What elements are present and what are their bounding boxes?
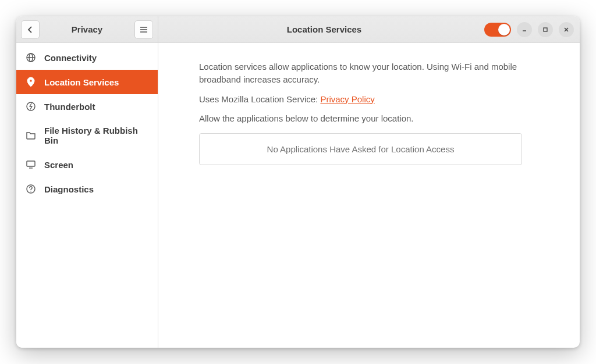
titlebar-content: Location Services: [158, 16, 580, 42]
intro-text: Location services allow applications to …: [199, 60, 539, 86]
sidebar-item-label: Location Services: [44, 77, 119, 87]
sidebar-item-location-services[interactable]: Location Services: [16, 70, 158, 94]
svg-rect-4: [544, 28, 547, 31]
folder-icon: [26, 130, 36, 141]
svg-rect-11: [27, 161, 35, 166]
provider-prefix: Uses Mozilla Location Service:: [199, 94, 320, 104]
sidebar-item-file-history[interactable]: File History & Rubbish Bin: [16, 119, 158, 152]
sidebar-item-screen[interactable]: Screen: [16, 152, 158, 177]
sidebar-item-connectivity[interactable]: Connectivity: [16, 45, 158, 70]
location-icon: [26, 77, 36, 87]
globe-icon: [26, 52, 36, 63]
applications-list-empty: No Applications Have Asked for Location …: [199, 133, 522, 165]
settings-window: Privacy Location Services: [16, 16, 580, 348]
sidebar-item-label: Thunderbolt: [44, 102, 95, 112]
sidebar-item-diagnostics[interactable]: Diagnostics: [16, 177, 158, 201]
svg-point-14: [30, 191, 31, 191]
sidebar: Connectivity Location Services Thunderbo…: [16, 43, 158, 348]
location-services-toggle[interactable]: [484, 23, 511, 37]
back-button[interactable]: [21, 20, 40, 39]
privacy-policy-link[interactable]: Privacy Policy: [320, 94, 374, 104]
page-title: Location Services: [164, 24, 484, 34]
close-button[interactable]: [559, 22, 574, 37]
monitor-icon: [26, 159, 36, 170]
minimize-button[interactable]: [517, 22, 532, 37]
menu-button[interactable]: [134, 20, 153, 39]
titlebar: Privacy Location Services: [16, 16, 580, 43]
sidebar-item-label: Connectivity: [44, 53, 97, 63]
sidebar-item-label: Screen: [44, 160, 73, 170]
content-pane: Location services allow applications to …: [158, 43, 580, 348]
provider-line: Uses Mozilla Location Service: Privacy P…: [199, 93, 539, 106]
window-buttons: [517, 22, 574, 37]
description-block: Location services allow applications to …: [199, 60, 539, 125]
thunderbolt-icon: [26, 101, 36, 112]
window-body: Connectivity Location Services Thunderbo…: [16, 43, 580, 348]
help-icon: [26, 184, 36, 194]
sidebar-item-thunderbolt[interactable]: Thunderbolt: [16, 94, 158, 119]
allow-text: Allow the applications below to determin…: [199, 112, 539, 125]
sidebar-item-label: Diagnostics: [44, 184, 94, 194]
sidebar-item-label: File History & Rubbish Bin: [44, 126, 148, 145]
maximize-button[interactable]: [538, 22, 553, 37]
sidebar-title: Privacy: [43, 24, 131, 34]
titlebar-sidebar: Privacy: [16, 16, 158, 42]
